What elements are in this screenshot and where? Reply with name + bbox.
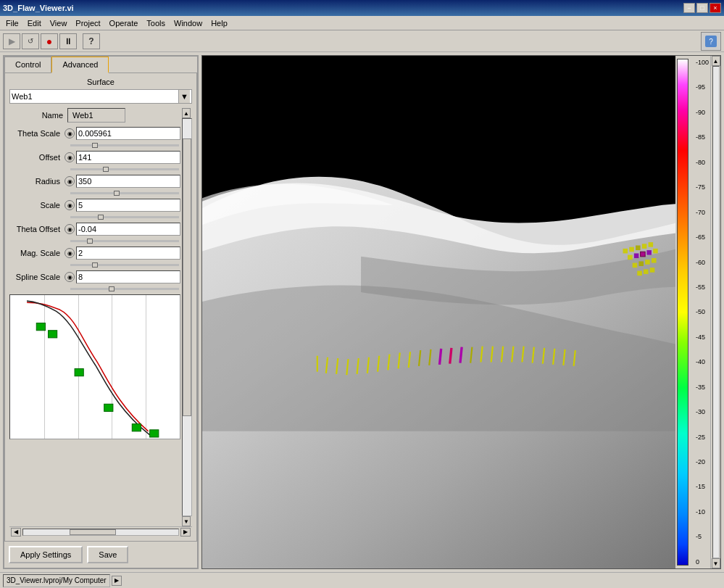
offset-slider-thumb[interactable] — [103, 167, 109, 172]
help-button[interactable]: ? — [83, 33, 100, 49]
menu-operate[interactable]: Operate — [105, 17, 143, 29]
offset-spinner[interactable]: ◉ — [65, 152, 75, 162]
mag-scale-input[interactable] — [76, 247, 180, 260]
viewer-area[interactable]: -100 -95 -90 -85 -80 -75 -70 -65 -60 -55… — [202, 56, 710, 568]
color-bar-gradient — [677, 59, 688, 566]
minimize-button[interactable]: − — [683, 3, 695, 13]
toolbar-icon: ? — [701, 32, 721, 51]
v-scroll-track — [712, 66, 720, 558]
run-cont-button[interactable]: ↺ — [22, 33, 39, 49]
mag-scale-slider-track — [70, 264, 179, 266]
status-path-text: 3D_Viewer.lvproj/My Computer — [7, 576, 107, 584]
theta-offset-slider-thumb[interactable] — [87, 239, 93, 244]
menu-window[interactable]: Window — [170, 17, 207, 29]
color-label-20: -20 — [696, 458, 709, 465]
theta-scale-spinner[interactable]: ◉ — [65, 128, 75, 138]
mag-scale-row: Mag. Scale ◉ — [9, 245, 180, 261]
scroll-thumb[interactable] — [183, 138, 191, 416]
spline-scale-label: Spline Scale — [9, 273, 65, 281]
bottom-buttons: Apply Settings Save — [4, 542, 197, 568]
color-label-50: -50 — [696, 308, 709, 315]
dropdown-arrow-icon[interactable]: ▼ — [178, 90, 190, 103]
radius-input[interactable] — [76, 175, 180, 188]
spline-scale-spinner[interactable]: ◉ — [65, 272, 75, 282]
surface-dropdown[interactable]: Web1 ▼ — [9, 89, 192, 104]
h-scrollbar: ◀ ▶ — [9, 526, 192, 537]
theta-offset-label: Theta Offset — [9, 225, 65, 233]
scale-spinner[interactable]: ◉ — [65, 200, 75, 210]
status-arrow-button[interactable]: ▶ — [112, 576, 122, 586]
h-scroll-left-button[interactable]: ◀ — [11, 528, 21, 537]
control-pt-2[interactable] — [49, 331, 57, 338]
run-button[interactable]: ▶ — [3, 33, 20, 49]
v-scroll-up-button[interactable]: ▲ — [712, 56, 720, 66]
mag-scale-input-wrap: ◉ — [65, 247, 180, 260]
menu-tools[interactable]: Tools — [142, 17, 170, 29]
close-button[interactable]: × — [710, 3, 721, 13]
theta-scale-input[interactable] — [76, 127, 180, 140]
apply-settings-button[interactable]: Apply Settings — [9, 546, 83, 563]
scroll-track — [182, 118, 192, 516]
color-label-100: -100 — [696, 59, 709, 66]
v-scroll-down-button[interactable]: ▼ — [712, 558, 720, 568]
color-label-75: -75 — [696, 183, 709, 191]
mag-scale-spinner[interactable]: ◉ — [65, 248, 75, 258]
radius-spinner[interactable]: ◉ — [65, 176, 75, 186]
offset-input[interactable] — [76, 151, 180, 164]
right-viewer-wrap: -100 -95 -90 -85 -80 -75 -70 -65 -60 -55… — [201, 55, 721, 569]
svg-rect-39 — [633, 263, 638, 268]
h-scroll-right-button[interactable]: ▶ — [180, 528, 191, 537]
tab-advanced[interactable]: Advanced — [51, 57, 109, 73]
color-label-15: -15 — [696, 483, 709, 490]
svg-text:?: ? — [709, 38, 713, 46]
title-bar: 3D_Flaw_Viewer.vi − □ × — [0, 0, 724, 16]
theta-scale-input-wrap: ◉ — [65, 127, 180, 140]
spline-red-curve — [27, 302, 149, 431]
theta-scale-slider-thumb[interactable] — [92, 143, 98, 148]
radius-slider-track — [70, 192, 179, 194]
radius-input-wrap: ◉ — [65, 175, 180, 188]
abort-button[interactable]: ● — [41, 33, 58, 49]
color-label-35: -35 — [696, 384, 709, 391]
color-label-55: -55 — [696, 283, 709, 291]
scale-row: Scale ◉ — [9, 197, 180, 213]
menu-file[interactable]: File — [1, 17, 23, 29]
toolbar: ▶ ↺ ● ⏸ ? ? — [0, 30, 724, 52]
svg-rect-42 — [652, 258, 657, 263]
spline-scale-input[interactable] — [76, 270, 180, 283]
control-pt-1[interactable] — [36, 323, 45, 331]
params-list: Name Web1 Theta Scale ◉ — [9, 108, 180, 439]
menu-project[interactable]: Project — [71, 17, 104, 29]
h-scroll-thumb[interactable] — [70, 529, 116, 535]
spline-scale-input-wrap: ◉ — [65, 270, 180, 283]
menu-help[interactable]: Help — [207, 17, 232, 29]
control-pt-6[interactable] — [150, 430, 159, 437]
radius-slider-thumb[interactable] — [114, 191, 120, 196]
menu-edit[interactable]: Edit — [23, 17, 46, 29]
tab-control[interactable]: Control — [4, 57, 51, 73]
color-label-70: -70 — [696, 209, 709, 216]
scroll-down-button[interactable]: ▼ — [182, 516, 191, 526]
control-pt-3[interactable] — [75, 369, 83, 376]
spline-scale-slider-thumb[interactable] — [109, 286, 115, 291]
maximize-button[interactable]: □ — [696, 3, 708, 13]
svg-rect-34 — [628, 255, 633, 260]
scroll-up-button[interactable]: ▲ — [182, 108, 191, 118]
scale-input-wrap: ◉ — [65, 199, 180, 212]
control-pt-4[interactable] — [104, 404, 113, 411]
menu-view[interactable]: View — [46, 17, 72, 29]
title-bar-buttons: − □ × — [683, 3, 721, 13]
save-button[interactable]: Save — [87, 546, 128, 563]
name-row: Name Web1 — [9, 108, 180, 123]
control-pt-5[interactable] — [132, 424, 141, 431]
svg-rect-38 — [653, 249, 658, 254]
color-label-45: -45 — [696, 334, 709, 341]
name-label: Name — [9, 111, 67, 120]
scale-input[interactable] — [76, 199, 180, 212]
theta-offset-input[interactable] — [76, 223, 180, 236]
mag-scale-slider-thumb[interactable] — [92, 262, 98, 268]
scale-slider-thumb[interactable] — [98, 215, 104, 220]
theta-offset-spinner[interactable]: ◉ — [65, 224, 75, 234]
pause-button[interactable]: ⏸ — [59, 33, 77, 49]
svg-rect-41 — [645, 260, 650, 265]
